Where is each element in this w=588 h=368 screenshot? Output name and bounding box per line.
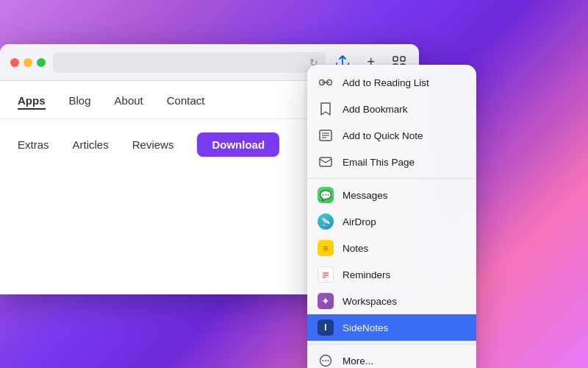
notes-icon: ≡ [318,240,334,256]
menu-item-bookmark[interactable]: Add Bookmark [307,96,476,122]
menu-label-quick-note: Add to Quick Note [343,130,423,141]
svg-point-18 [328,360,329,361]
menu-label-sidenotes: SideNotes [343,322,388,333]
menu-item-reminders[interactable]: Reminders [307,261,476,288]
menu-label-messages: Messages [343,190,388,201]
menu-item-quick-note[interactable]: Add to Quick Note [307,122,476,149]
reminders-icon [318,266,334,283]
menu-item-email[interactable]: Email This Page [307,149,476,175]
minimize-button[interactable] [24,58,32,67]
menu-label-bookmark: Add Bookmark [343,104,408,115]
quick-note-icon [318,127,334,144]
subnav-item-reviews[interactable]: Reviews [132,138,174,151]
close-button[interactable] [10,58,19,67]
browser-window-controls [10,58,46,67]
menu-item-workspaces[interactable]: ✦ Workspaces [307,288,476,314]
share-menu: Add to Reading List Add Bookmark Add to … [307,65,476,368]
menu-label-email: Email This Page [343,157,415,168]
menu-item-more[interactable]: More... [307,347,476,368]
svg-rect-1 [401,57,405,61]
messages-icon: 💬 [318,187,334,203]
menu-item-sidenotes[interactable]: I SideNotes [307,314,476,341]
svg-rect-0 [393,57,398,61]
bookmark-icon [318,101,334,117]
menu-label-notes: Notes [343,243,368,254]
svg-rect-11 [320,158,331,166]
sidenotes-icon: I [318,319,334,336]
workspaces-icon: ✦ [318,293,334,309]
nav-item-blog[interactable]: Blog [69,94,91,110]
menu-item-notes[interactable]: ≡ Notes [307,235,476,261]
svg-point-17 [325,360,326,361]
menu-label-reminders: Reminders [343,269,390,280]
nav-item-contact[interactable]: Contact [167,94,205,110]
menu-divider-1 [307,178,476,179]
download-button[interactable]: Download [197,132,279,157]
reading-list-icon [318,74,334,91]
nav-item-about[interactable]: About [115,94,143,110]
subnav-item-articles[interactable]: Articles [73,138,109,151]
menu-label-reading-list: Add to Reading List [343,77,429,88]
email-icon [318,154,334,170]
address-bar[interactable]: ↻ [53,52,326,73]
airdrop-icon: 📡 [318,213,334,230]
menu-label-workspaces: Workspaces [343,296,397,307]
subnav-item-extras[interactable]: Extras [18,138,49,151]
maximize-button[interactable] [37,58,46,67]
menu-item-messages[interactable]: 💬 Messages [307,182,476,208]
more-icon [318,353,334,368]
svg-point-16 [323,360,324,361]
menu-label-more: More... [343,355,373,367]
menu-divider-2 [307,344,476,344]
menu-item-reading-list[interactable]: Add to Reading List [307,69,476,96]
nav-item-apps[interactable]: Apps [18,94,46,110]
menu-item-airdrop[interactable]: 📡 AirDrop [307,208,476,235]
menu-label-airdrop: AirDrop [343,216,376,227]
